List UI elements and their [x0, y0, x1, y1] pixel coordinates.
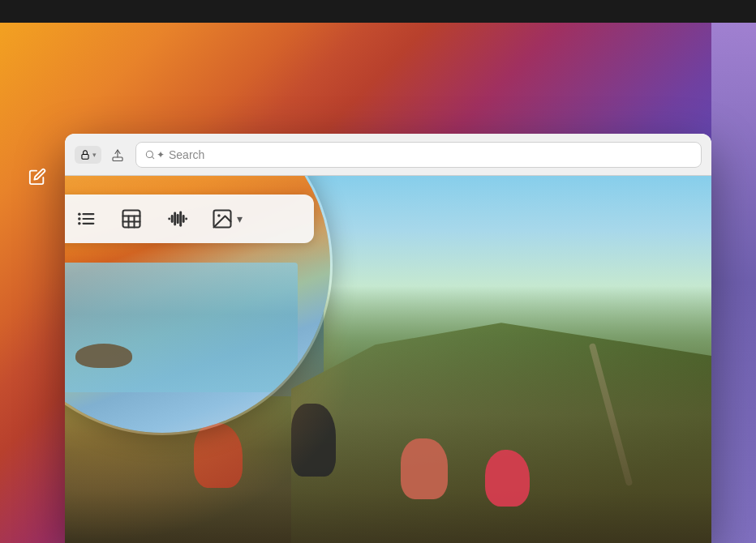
audio-format-icon[interactable]: [165, 207, 188, 230]
magnify-inner-content: Aa: [65, 176, 330, 433]
lock-button[interactable]: ▾: [75, 146, 101, 164]
browser-toolbar: ▾ ✦ Search: [65, 134, 711, 176]
magnify-toolbar: Aa: [65, 195, 314, 243]
search-bar-text: Search: [169, 148, 204, 161]
svg-point-3: [78, 212, 81, 216]
list-format-icon[interactable]: [75, 207, 97, 230]
lock-chevron-icon: ▾: [92, 151, 97, 159]
edit-pencil-icon: [28, 168, 46, 186]
svg-point-5: [78, 217, 81, 220]
browser-content-area: Aa: [65, 176, 711, 543]
person-silhouette-3: [401, 438, 448, 499]
svg-rect-0: [82, 154, 88, 159]
edit-button[interactable]: [23, 162, 52, 191]
svg-point-22: [217, 214, 221, 217]
toolbar-left-group: ▾: [75, 143, 129, 166]
media-icon: [211, 207, 234, 230]
macos-menu-bar: [0, 0, 756, 23]
table-format-icon[interactable]: [120, 207, 143, 230]
media-dropdown-arrow: ▾: [237, 212, 243, 225]
svg-rect-1: [113, 157, 122, 161]
lock-icon: [79, 149, 91, 160]
person-silhouette-4: [485, 450, 530, 507]
svg-rect-9: [122, 211, 140, 228]
svg-point-7: [78, 222, 81, 225]
waveform-icon: [165, 207, 188, 230]
person-silhouette-1: [194, 423, 243, 488]
search-icon: [144, 149, 156, 160]
table-icon: [120, 207, 143, 230]
right-sidebar-panel: [711, 23, 756, 543]
share-button[interactable]: [106, 143, 129, 166]
url-search-bar[interactable]: ✦ Search: [135, 142, 702, 168]
magnify-rocks: [75, 344, 132, 368]
magnify-circle: Aa: [65, 176, 333, 435]
search-bar-icon: ✦: [144, 149, 165, 160]
media-insert-group[interactable]: ▾: [211, 207, 243, 230]
list-icon: [75, 207, 97, 230]
browser-window: ▾ ✦ Search: [65, 134, 711, 543]
search-spark-icon: ✦: [157, 149, 165, 160]
magnify-ocean: [65, 263, 298, 392]
share-icon: [110, 148, 125, 162]
